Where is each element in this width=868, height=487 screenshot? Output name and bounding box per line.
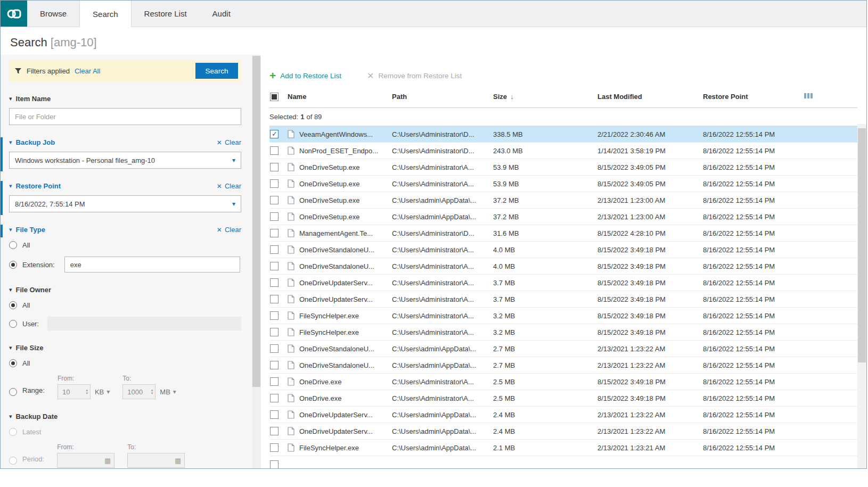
table-row[interactable]: OneDrive.exe C:\Users\Administrator\A...… (269, 390, 857, 407)
table-row[interactable]: FileSyncHelper.exe C:\Users\admin\AppDat… (269, 440, 857, 456)
tab-restore-list[interactable]: Restore List (132, 1, 200, 27)
add-to-restore-list-button[interactable]: + Add to Restore List (269, 70, 341, 81)
spinner-arrows-icon[interactable]: ▴▾ (151, 389, 153, 395)
file-type-clear-button[interactable]: ✕Clear (217, 226, 241, 234)
size-to-unit-select[interactable]: MB▾ (160, 388, 176, 396)
file-size-all-radio[interactable] (9, 359, 17, 367)
results-scrollbar[interactable] (857, 124, 866, 468)
table-row[interactable]: NonProd_ESET_Endpo... C:\Users\Administr… (269, 143, 857, 159)
table-row[interactable]: OneDriveStandaloneU... C:\Users\Administ… (269, 258, 857, 275)
row-checkbox[interactable] (270, 311, 279, 320)
table-row[interactable]: OneDriveStandaloneU... C:\Users\admin\Ap… (269, 357, 857, 374)
row-checkbox[interactable] (270, 443, 279, 452)
row-checkbox[interactable] (270, 130, 279, 138)
file-size-range-radio[interactable] (9, 388, 17, 396)
row-checkbox[interactable] (270, 344, 279, 353)
row-checkbox[interactable] (270, 229, 279, 237)
table-row[interactable]: OneDrive.exe C:\Users\Administrator\A...… (269, 374, 857, 390)
column-header-restore-point[interactable]: Restore Point (703, 93, 857, 101)
search-button[interactable]: Search (195, 63, 238, 79)
table-row[interactable]: VeeamAgentWindows... C:\Users\Administra… (269, 126, 857, 143)
table-row[interactable]: ManagementAgent.Te... C:\Users\Administr… (269, 225, 857, 242)
file-size-section-title[interactable]: File Size (16, 344, 44, 352)
clear-all-link[interactable]: Clear All (75, 67, 100, 75)
remove-from-restore-list-button[interactable]: ✕ Remove from Restore List (367, 71, 462, 81)
scrollbar-thumb[interactable] (858, 128, 866, 362)
backup-job-section-title[interactable]: Backup Job (16, 138, 55, 146)
row-checkbox[interactable] (270, 328, 279, 336)
row-checkbox[interactable] (270, 179, 279, 188)
row-checkbox[interactable] (270, 262, 279, 270)
table-row[interactable]: OneDriveStandaloneU... C:\Users\admin\Ap… (269, 341, 857, 357)
file-type-extension-radio[interactable] (9, 261, 17, 269)
table-row[interactable]: FileSyncHelper.exe C:\Users\Administrato… (269, 324, 857, 341)
tab-search[interactable]: Search (79, 1, 132, 27)
file-owner-user-radio[interactable] (9, 320, 17, 328)
backup-date-section-title[interactable]: Backup Date (16, 412, 58, 420)
row-checkbox[interactable] (270, 377, 279, 386)
spinner-arrows-icon[interactable]: ▴▾ (86, 389, 88, 395)
file-modified: 8/15/2022 3:49:18 PM (597, 246, 703, 254)
column-header-path[interactable]: Path (392, 93, 493, 101)
filters-panel: Filters applied Clear All Search ▾ Item … (1, 55, 261, 468)
size-from-spinner[interactable]: 10 ▴▾ (58, 384, 91, 399)
table-row-partial[interactable] (269, 456, 857, 468)
row-checkbox[interactable] (270, 146, 279, 155)
scrollbar-thumb[interactable] (252, 56, 260, 387)
column-options-icon[interactable] (804, 93, 813, 98)
backup-job-select[interactable]: Windows workstation - Personal files_amg… (9, 152, 241, 169)
backup-date-period-label: Period: (22, 455, 44, 463)
size-to-spinner[interactable]: 1000 ▴▾ (122, 384, 155, 399)
row-checkbox[interactable] (270, 410, 279, 419)
chevron-down-icon: ▾ (9, 413, 12, 420)
file-owner-user-input[interactable] (47, 317, 241, 331)
table-row[interactable]: OneDriveSetup.exe C:\Users\Administrator… (269, 176, 857, 192)
table-row[interactable]: OneDriveSetup.exe C:\Users\Administrator… (269, 159, 857, 176)
file-type-section-title[interactable]: File Type (16, 226, 45, 234)
file-modified: 8/15/2022 3:49:18 PM (597, 394, 703, 402)
column-header-size[interactable]: Size↓ (493, 93, 597, 101)
row-checkbox[interactable] (270, 427, 279, 435)
file-owner-all-radio[interactable] (9, 301, 17, 309)
row-checkbox[interactable] (270, 245, 279, 254)
row-checkbox[interactable] (270, 278, 279, 287)
row-checkbox[interactable] (270, 394, 279, 402)
table-row[interactable]: OneDriveStandaloneU... C:\Users\Administ… (269, 242, 857, 258)
table-row[interactable]: OneDriveUpdaterServ... C:\Users\Administ… (269, 275, 857, 291)
row-checkbox[interactable] (270, 460, 279, 468)
app-logo-icon[interactable] (1, 1, 27, 27)
extension-input[interactable] (64, 257, 240, 273)
table-row[interactable]: OneDriveSetup.exe C:\Users\admin\AppData… (269, 192, 857, 209)
row-checkbox[interactable] (270, 295, 279, 303)
table-row[interactable]: OneDriveUpdaterServ... C:\Users\Administ… (269, 291, 857, 308)
tab-browse[interactable]: Browse (27, 1, 79, 27)
table-row[interactable]: FileSyncHelper.exe C:\Users\Administrato… (269, 308, 857, 324)
file-icon (288, 229, 294, 237)
tab-audit[interactable]: Audit (200, 1, 243, 27)
restore-point-section-title[interactable]: Restore Point (16, 182, 61, 190)
restore-point-select[interactable]: 8/16/2022, 7:55:14 PM ▾ (9, 195, 241, 212)
select-all-checkbox[interactable] (270, 93, 279, 101)
file-modified: 2/13/2021 1:23:22 AM (597, 411, 703, 419)
restore-point-clear-button[interactable]: ✕Clear (217, 182, 241, 190)
file-owner-section-title[interactable]: File Owner (16, 286, 51, 294)
file-restore-point: 8/16/2022 12:55:14 PM (703, 378, 857, 386)
table-row[interactable]: OneDriveUpdaterServ... C:\Users\admin\Ap… (269, 407, 857, 423)
column-header-name[interactable]: Name (288, 93, 392, 101)
column-header-modified[interactable]: Last Modified (597, 93, 703, 101)
table-row[interactable]: OneDriveSetup.exe C:\Users\admin\AppData… (269, 209, 857, 225)
row-checkbox[interactable] (270, 212, 279, 221)
filters-scrollbar[interactable] (252, 55, 261, 468)
row-checkbox[interactable] (270, 196, 279, 204)
row-checkbox[interactable] (270, 361, 279, 369)
file-type-all-radio[interactable] (9, 241, 17, 249)
file-icon (288, 311, 294, 320)
row-checkbox[interactable] (270, 163, 279, 171)
item-name-section-title[interactable]: Item Name (16, 95, 51, 103)
size-from-unit-select[interactable]: KB▾ (95, 388, 110, 396)
file-size-all-label: All (22, 359, 30, 367)
item-name-input[interactable] (9, 108, 241, 125)
file-restore-point: 8/16/2022 12:55:14 PM (703, 180, 857, 188)
backup-job-clear-button[interactable]: ✕Clear (217, 138, 241, 146)
table-row[interactable]: OneDriveUpdaterServ... C:\Users\admin\Ap… (269, 423, 857, 440)
